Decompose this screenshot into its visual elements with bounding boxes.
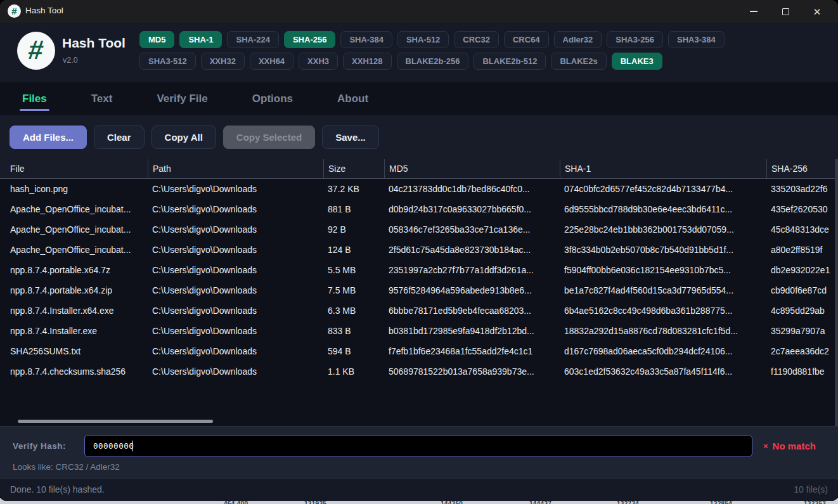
- status-message: Done. 10 file(s) hashed.: [10, 484, 105, 494]
- table-row[interactable]: npp.8.7.4.Installer.exeC:\Users\digvo\Do…: [0, 321, 838, 341]
- cell-path: C:\Users\digvo\Downloads: [148, 260, 323, 280]
- cell-md5: f7efb1bf6e23468a1fc55add2fe4c1c1: [384, 341, 560, 361]
- background-number: 132734: [617, 501, 639, 504]
- algo-chip-adler32[interactable]: Adler32: [554, 31, 602, 48]
- maximize-button[interactable]: [770, 0, 801, 23]
- cell-sha1: 18832a292d15a8876cd78d083281cfc1f5d...: [560, 321, 766, 341]
- cell-size: 124 B: [323, 240, 384, 260]
- table-row[interactable]: SHA256SUMS.txtC:\Users\digvo\Downloads59…: [0, 341, 838, 361]
- algo-chip-crc64[interactable]: CRC64: [504, 31, 549, 48]
- tab-text[interactable]: Text: [91, 82, 113, 115]
- tab-about[interactable]: About: [337, 82, 368, 115]
- title-bar[interactable]: # Hash Tool ✕: [0, 0, 838, 23]
- table-row[interactable]: hash_icon.pngC:\Users\digvo\Downloads37.…: [0, 179, 838, 199]
- cell-sha1: 074c0bfc2d6577ef452c82d4b7133477b4...: [560, 179, 766, 199]
- algo-chip-xxh128[interactable]: XXH128: [343, 53, 391, 70]
- cell-sha256: db2e932022e1: [766, 260, 838, 280]
- column-header-sha-1[interactable]: SHA-1: [560, 159, 766, 178]
- verify-hash-input[interactable]: [84, 435, 752, 457]
- column-header-sha-256[interactable]: SHA-256: [766, 159, 838, 178]
- cell-size: 6.3 MB: [323, 300, 384, 321]
- cell-path: C:\Users\digvo\Downloads: [148, 361, 323, 382]
- algo-chip-blake2s[interactable]: BLAKE2s: [551, 53, 606, 70]
- algo-chip-xxh32[interactable]: XXH32: [201, 53, 245, 70]
- close-button[interactable]: ✕: [801, 0, 833, 23]
- cell-file: npp.8.7.4.Installer.x64.exe: [0, 300, 148, 321]
- table-row[interactable]: npp.8.7.4.portable.x64.zipC:\Users\digvo…: [0, 280, 838, 300]
- cell-md5: 6bbbe78171ed5b9eb4fecaa68203...: [384, 300, 560, 321]
- table-row[interactable]: Apache_OpenOffice_incubat...C:\Users\dig…: [0, 240, 838, 260]
- cell-file: Apache_OpenOffice_incubat...: [0, 219, 148, 240]
- table-row[interactable]: Apache_OpenOffice_incubat...C:\Users\dig…: [0, 199, 838, 219]
- clear-button[interactable]: Clear: [94, 126, 145, 149]
- column-header-md5[interactable]: MD5: [384, 159, 560, 178]
- cell-sha256: f1190d881fbe: [766, 361, 838, 382]
- algo-chip-sha-1[interactable]: SHA-1: [179, 31, 222, 48]
- cell-sha1: 603c1ed2f53632c49a33c5a87fa45f114f6...: [560, 361, 766, 382]
- tab-verify-file[interactable]: Verify File: [157, 82, 207, 115]
- cell-md5: 04c213783dd0c1db7bed86c40fc0...: [384, 179, 560, 199]
- add-files-button[interactable]: Add Files...: [10, 126, 87, 149]
- no-match-icon: ×: [763, 441, 768, 451]
- cell-file: SHA256SUMS.txt: [0, 341, 148, 361]
- column-header-size[interactable]: Size: [323, 159, 384, 178]
- cell-sha256: 4c895dd29ab: [766, 300, 838, 321]
- tab-files[interactable]: Files: [22, 82, 47, 115]
- cell-sha1: 225e28bc24eb1bbb362b001753dd07059...: [560, 219, 766, 240]
- table-row[interactable]: Apache_OpenOffice_incubat...C:\Users\dig…: [0, 219, 838, 240]
- algo-chip-blake2b-256[interactable]: BLAKE2b-256: [397, 53, 469, 70]
- algo-chip-sha3-512[interactable]: SHA3-512: [139, 53, 196, 70]
- algo-chip-sha-384[interactable]: SHA-384: [340, 31, 392, 48]
- app-header: # Hash Tool v2.0 MD5SHA-1SHA-224SHA-256S…: [0, 23, 838, 82]
- table-row[interactable]: npp.8.7.4.Installer.x64.exeC:\Users\digv…: [0, 300, 838, 321]
- cell-size: 594 B: [323, 341, 384, 361]
- cell-sha256: cb9d0f6e87cd: [766, 280, 838, 300]
- algorithm-chip-row-2: SHA3-512XXH32XXH64XXH3XXH128BLAKE2b-256B…: [139, 53, 786, 70]
- copy-all-button[interactable]: Copy All: [151, 126, 216, 149]
- cell-sha1: 6b4ae5162c8cc49c498d6ba361b288775...: [560, 300, 766, 321]
- background-number: 464 400: [224, 501, 248, 504]
- window-controls: ✕: [738, 0, 833, 23]
- tab-options[interactable]: Options: [252, 82, 293, 115]
- table-row[interactable]: npp.8.7.4.checksums.sha256C:\Users\digvo…: [0, 361, 838, 382]
- cell-file: npp.8.7.4.checksums.sha256: [0, 361, 148, 382]
- algo-chip-crc32[interactable]: CRC32: [454, 31, 499, 48]
- algo-chip-xxh3[interactable]: XXH3: [299, 53, 338, 70]
- algo-chip-sha-512[interactable]: SHA-512: [397, 31, 449, 48]
- cell-md5: d0b9d24b317c0a9633027bb665f0...: [384, 199, 560, 219]
- background-number: 132352: [804, 501, 826, 504]
- algo-chip-sha-224[interactable]: SHA-224: [227, 31, 278, 48]
- algo-chip-sha3-384[interactable]: SHA3-384: [668, 31, 725, 48]
- table-body: hash_icon.pngC:\Users\digvo\Downloads37.…: [0, 179, 838, 382]
- cell-size: 7.5 MB: [323, 280, 384, 300]
- table-row[interactable]: npp.8.7.4.portable.x64.7zC:\Users\digvo\…: [0, 260, 838, 280]
- minimize-button[interactable]: [738, 0, 770, 23]
- horizontal-scrollbar-thumb[interactable]: [18, 420, 213, 423]
- algo-chip-blake3[interactable]: BLAKE3: [612, 53, 662, 70]
- algo-chip-md5[interactable]: MD5: [139, 31, 174, 48]
- verify-hash-panel: Verify Hash: Looks like: CRC32 / Adler32…: [0, 426, 838, 478]
- algo-chip-blake2b-512[interactable]: BLAKE2b-512: [474, 53, 546, 70]
- cell-file: npp.8.7.4.Installer.exe: [0, 321, 148, 341]
- app-name: Hash Tool: [62, 36, 126, 51]
- column-header-path[interactable]: Path: [148, 159, 323, 178]
- status-bar: Done. 10 file(s) hashed. 10 file(s): [0, 478, 838, 501]
- cell-path: C:\Users\digvo\Downloads: [148, 341, 323, 361]
- cell-sha1: 3f8c334b0b2eb5070b8c7b540d91bb5d1f...: [560, 240, 766, 260]
- algo-chip-sha3-256[interactable]: SHA3-256: [607, 31, 663, 48]
- algo-chip-xxh64[interactable]: XXH64: [250, 53, 293, 70]
- algorithm-chip-row-1: MD5SHA-1SHA-224SHA-256SHA-384SHA-512CRC3…: [139, 31, 786, 48]
- cell-md5: 50689781522b013a7658a939b73e...: [384, 361, 560, 382]
- cell-file: Apache_OpenOffice_incubat...: [0, 199, 148, 219]
- copy-selected-button: Copy Selected: [223, 126, 315, 149]
- save-button[interactable]: Save...: [322, 126, 379, 149]
- algo-chip-sha-256[interactable]: SHA-256: [284, 31, 335, 48]
- cell-sha1: be1a7c827f4ad4f560d15ca3d77965d554...: [560, 280, 766, 300]
- column-header-file[interactable]: File: [0, 159, 148, 178]
- cell-size: 881 B: [323, 199, 384, 219]
- cell-sha1: d167c7698ad06aeca5cf0db294dcf24106...: [560, 341, 766, 361]
- background-number: 144437: [529, 501, 551, 504]
- hash-logo-icon: #: [27, 35, 46, 65]
- vertical-scrollbar[interactable]: [835, 159, 838, 426]
- cell-path: C:\Users\digvo\Downloads: [148, 219, 323, 240]
